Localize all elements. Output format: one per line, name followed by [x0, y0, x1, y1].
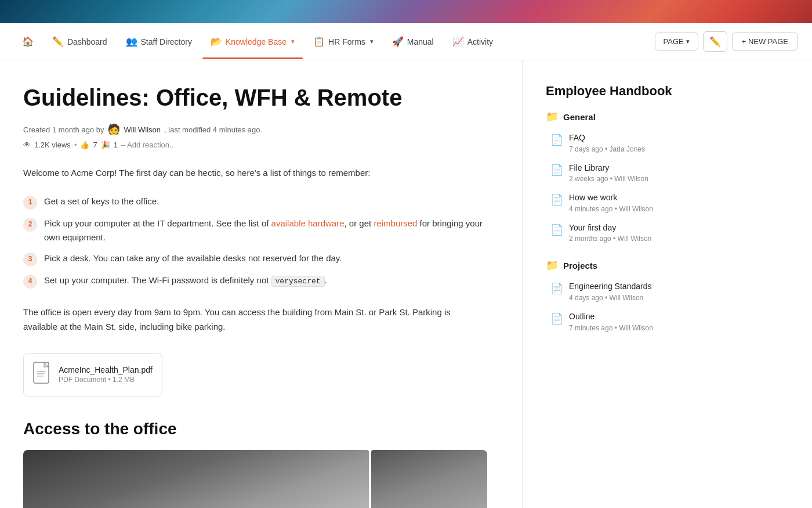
nav-hr-forms[interactable]: 📋 HR Forms ▾	[305, 31, 382, 52]
nav-dashboard-label: Dashboard	[67, 37, 107, 46]
party-popper-emoji: 🎉	[101, 140, 110, 149]
sidebar-item-info-outline: Outline 7 minutes ago • Will Wilson	[569, 311, 653, 332]
sidebar-item-meta-engineering-standards: 4 days ago • Will Wilson	[569, 294, 651, 302]
nav-staff-label: Staff Directory	[141, 37, 192, 46]
sidebar-section-projects: 📁 Projects 📄 Engineering Standards 4 day…	[546, 259, 696, 336]
nav-manual[interactable]: 🚀 Manual	[384, 31, 442, 52]
nav-dashboard[interactable]: ✏️ Dashboard	[44, 31, 115, 52]
page-button[interactable]: PAGE ▾	[655, 33, 698, 51]
page-dropdown-icon: ▾	[686, 38, 690, 45]
sidebar-item-title-file-library: File Library	[569, 163, 648, 174]
sidebar-item-your-first-day[interactable]: 📄 Your first day 2 months ago • Will Wil…	[546, 218, 696, 248]
sidebar-item-info-your-first-day: Your first day 2 months ago • Will Wilso…	[569, 222, 651, 243]
page-button-label: PAGE	[664, 37, 684, 46]
nav-manual-label: Manual	[407, 37, 434, 46]
sidebar-folder-general[interactable]: 📁 General	[546, 110, 696, 123]
nav-right: PAGE ▾ ✏️ + NEW PAGE	[655, 31, 798, 52]
sidebar-item-file-library[interactable]: 📄 File Library 2 weeks ago • Will Wilson	[546, 158, 696, 188]
activity-icon: 📈	[452, 36, 464, 47]
list-num-3: 3	[23, 253, 37, 266]
sidebar-items-projects: 📄 Engineering Standards 4 days ago • Wil…	[546, 276, 696, 336]
sidebar-section-general: 📁 General 📄 FAQ 7 days ago • Jada Jones	[546, 110, 696, 247]
file-size: 1.2 MB	[113, 376, 135, 384]
sidebar-item-meta-faq: 7 days ago • Jada Jones	[569, 145, 645, 153]
doc-icon-how-we-work: 📄	[550, 193, 563, 206]
sidebar-item-faq[interactable]: 📄 FAQ 7 days ago • Jada Jones	[546, 128, 696, 158]
nav-hr-label: HR Forms	[328, 37, 365, 46]
sidebar-item-title-how-we-work: How we work	[569, 192, 653, 204]
list-item-2-text: Pick up your computer at the IT departme…	[44, 217, 487, 244]
sidebar-item-info-file-library: File Library 2 weeks ago • Will Wilson	[569, 163, 648, 183]
sidebar-item-title-outline: Outline	[569, 311, 653, 323]
thumbs-up-count: 7	[93, 140, 97, 149]
list-item: 1 Get a set of keys to the office.	[23, 194, 487, 210]
folder-icon-projects: 📁	[546, 259, 559, 272]
file-name: AcmeInc_Health_Plan.pdf	[59, 365, 153, 374]
folder-general-label: General	[563, 112, 596, 122]
nav: 🏠 ✏️ Dashboard 👥 Staff Directory 📂 Knowl…	[0, 23, 812, 60]
views-count: 1.2K views	[34, 140, 71, 149]
reimbursed-link[interactable]: reimbursed	[374, 218, 417, 228]
list-item: 3 Pick a desk. You can take any of the a…	[23, 251, 487, 266]
sidebar-item-how-we-work[interactable]: 📄 How we work 4 minutes ago • Will Wilso…	[546, 188, 696, 218]
article-body: The office is open every day from 9am to…	[23, 305, 487, 334]
sidebar-item-title-your-first-day: Your first day	[569, 222, 651, 234]
created-text: Created 1 month ago by	[23, 125, 104, 134]
file-type: PDF Document	[59, 376, 106, 384]
svg-rect-3	[37, 376, 44, 377]
nav-staff-directory[interactable]: 👥 Staff Directory	[118, 31, 200, 52]
nav-activity[interactable]: 📈 Activity	[444, 31, 501, 52]
file-info: AcmeInc_Health_Plan.pdf PDF Document • 1…	[59, 365, 153, 384]
file-size-separator: •	[108, 376, 113, 384]
file-attachment[interactable]: AcmeInc_Health_Plan.pdf PDF Document • 1…	[23, 353, 162, 397]
kb-dropdown-icon: ▾	[291, 38, 295, 45]
article-intro: Welcome to Acme Corp! The first day can …	[23, 165, 487, 181]
nav-kb-label: Knowledge Base	[226, 37, 287, 46]
sidebar-item-outline[interactable]: 📄 Outline 7 minutes ago • Will Wilson	[546, 307, 696, 337]
main-content: Guidelines: Office, WFH & Remote Created…	[23, 60, 522, 508]
layout: Guidelines: Office, WFH & Remote Created…	[0, 60, 812, 508]
separator-dot: •	[74, 140, 77, 149]
sidebar-folder-projects[interactable]: 📁 Projects	[546, 259, 696, 272]
thumbs-up-emoji: 👍	[80, 140, 89, 149]
sidebar-item-meta-your-first-day: 2 months ago • Will Wilson	[569, 235, 651, 243]
kb-icon: 📂	[211, 36, 222, 47]
file-icon	[33, 362, 52, 388]
views-icon: 👁	[23, 140, 31, 149]
numbered-list: 1 Get a set of keys to the office. 2 Pic…	[23, 194, 487, 289]
sidebar-item-info-engineering-standards: Engineering Standards 4 days ago • Will …	[569, 281, 651, 302]
sidebar-item-meta-file-library: 2 weeks ago • Will Wilson	[569, 175, 648, 183]
party-popper-count: 1	[114, 140, 118, 149]
home-icon: 🏠	[22, 36, 34, 47]
doc-icon-file-library: 📄	[550, 164, 563, 176]
nav-left: 🏠 ✏️ Dashboard 👥 Staff Directory 📂 Knowl…	[14, 31, 655, 52]
header-banner	[0, 0, 812, 23]
hr-dropdown-icon: ▾	[370, 38, 374, 45]
list-item: 4 Set up your computer. The Wi-Fi passwo…	[23, 273, 487, 289]
new-page-button[interactable]: + NEW PAGE	[732, 33, 798, 51]
sidebar-item-engineering-standards[interactable]: 📄 Engineering Standards 4 days ago • Wil…	[546, 276, 696, 307]
image-strip	[23, 450, 487, 509]
article-meta: Created 1 month ago by 🧑 Will Wilson , l…	[23, 123, 487, 136]
sidebar: Employee Handbook 📁 General 📄 FAQ 7 days…	[522, 60, 696, 508]
staff-icon: 👥	[126, 36, 137, 47]
hr-icon: 📋	[313, 36, 325, 47]
list-num-4: 4	[23, 275, 37, 289]
edit-button[interactable]: ✏️	[703, 31, 727, 52]
list-num-2: 2	[23, 218, 37, 232]
doc-icon-your-first-day: 📄	[550, 224, 563, 236]
list-item-3-text: Pick a desk. You can take any of the ava…	[44, 251, 342, 265]
office-image-left	[23, 450, 369, 509]
nav-knowledge-base[interactable]: 📂 Knowledge Base ▾	[202, 31, 303, 52]
nav-home[interactable]: 🏠	[14, 31, 42, 52]
sidebar-item-info-faq: FAQ 7 days ago • Jada Jones	[569, 132, 645, 153]
doc-icon-engineering-standards: 📄	[550, 282, 563, 295]
folder-icon-general: 📁	[546, 110, 559, 123]
list-item-1-text: Get a set of keys to the office.	[44, 194, 159, 208]
sidebar-item-meta-how-we-work: 4 minutes ago • Will Wilson	[569, 205, 653, 213]
add-reaction-button[interactable]: – Add reaction..	[121, 140, 173, 149]
nav-activity-label: Activity	[467, 37, 493, 46]
article-title: Guidelines: Office, WFH & Remote	[23, 84, 487, 111]
available-hardware-link[interactable]: available hardware	[271, 218, 345, 228]
author-name[interactable]: Will Wilson	[124, 125, 161, 134]
